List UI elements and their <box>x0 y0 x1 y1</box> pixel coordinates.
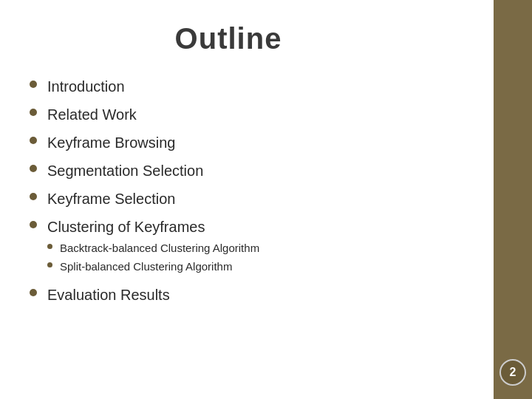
bullet-icon <box>30 109 37 116</box>
list-item: Keyframe Browsing <box>30 132 473 153</box>
item-label: Related Work <box>47 104 137 125</box>
list-item: Related Work <box>30 104 473 125</box>
sub-item-label: Backtrack-balanced Clustering Algorithm <box>60 240 259 256</box>
item-label: Keyframe Selection <box>47 188 175 209</box>
slide: Outline Introduction Related Work Keyfra… <box>0 0 532 399</box>
sub-bullet-icon <box>47 262 52 267</box>
item-label: Segmentation Selection <box>47 160 203 181</box>
item-label: Introduction <box>47 76 125 97</box>
item-label: Clustering of Keyframes <box>47 216 205 237</box>
slide-title: Outline <box>22 22 473 55</box>
sub-list: Backtrack-balanced Clustering Algorithm … <box>47 240 259 277</box>
bullet-icon <box>30 221 37 228</box>
list-item-clustering: Clustering of Keyframes Backtrack-balanc… <box>30 216 473 277</box>
page-number-badge: 2 <box>499 359 526 386</box>
bullet-icon <box>30 289 37 296</box>
list-item: Introduction <box>30 76 473 97</box>
list-item: Segmentation Selection <box>30 160 473 181</box>
sidebar-decoration <box>494 0 532 399</box>
sub-item-label: Split-balanced Clustering Algorithm <box>60 259 232 274</box>
slide-content: Outline Introduction Related Work Keyfra… <box>0 0 532 399</box>
outline-list: Introduction Related Work Keyframe Brows… <box>30 76 473 305</box>
sub-list-item: Backtrack-balanced Clustering Algorithm <box>47 240 259 256</box>
list-item: Evaluation Results <box>30 284 473 305</box>
bullet-icon <box>30 137 37 144</box>
sub-list-item: Split-balanced Clustering Algorithm <box>47 259 259 274</box>
item-label: Keyframe Browsing <box>47 132 175 153</box>
bullet-icon <box>30 165 37 172</box>
list-item: Keyframe Selection <box>30 188 473 209</box>
item-label: Evaluation Results <box>47 284 170 305</box>
bullet-icon <box>30 193 37 200</box>
sub-bullet-icon <box>47 244 52 249</box>
bullet-icon <box>30 81 37 88</box>
